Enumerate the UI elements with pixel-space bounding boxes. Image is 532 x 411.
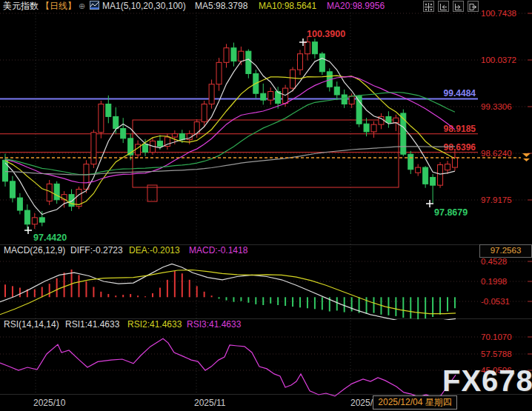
rsi-axis-label: 70.1070 [481, 333, 512, 341]
candle-body [113, 116, 119, 128]
candle-body [157, 141, 162, 146]
candle-body [39, 218, 44, 222]
extreme-price-annotation: 97.4420 [33, 233, 67, 243]
last-price-marker-icon [523, 158, 530, 161]
candle-body [209, 84, 214, 104]
macd-legend: MACD(26,12,9) DIFF:-0.2723 DEA:-0.2013 M… [0, 245, 478, 256]
candle-body [224, 48, 229, 63]
macd-dea-value: DEA:-0.2013 [129, 245, 180, 256]
candle-body [121, 128, 126, 138]
macd-dea-line [0, 270, 456, 315]
candle-body [393, 118, 399, 122]
ma-line-30 [5, 93, 455, 175]
extreme-price-annotation: 100.3900 [307, 29, 345, 39]
candle-body [334, 87, 339, 95]
candle-body [349, 96, 354, 104]
candle-body [386, 116, 391, 122]
candle-body [24, 210, 30, 224]
candle-body [364, 124, 369, 132]
candle-body [452, 158, 457, 167]
candle-body [290, 70, 296, 88]
rsi1-value: RSI1:41.4633 [65, 319, 119, 330]
candle-body [268, 92, 273, 101]
candle-body [261, 93, 266, 100]
y-axis-label: 99.3306 [481, 102, 512, 111]
candle-body [32, 218, 37, 224]
candle-body [239, 51, 244, 61]
candle-body [84, 164, 89, 190]
candle-body [401, 113, 406, 154]
ma-line-10 [5, 76, 455, 204]
date-label-dec: 2025/ [350, 398, 373, 408]
candle-body [319, 54, 325, 72]
candle-body [10, 181, 15, 198]
candle-body [416, 167, 421, 173]
macd-value: MACD:-0.1418 [189, 245, 247, 256]
rsi-line [0, 338, 456, 398]
last-price-marker-icon [522, 153, 531, 157]
ma-line-5 [5, 59, 455, 215]
candle-body [106, 104, 111, 116]
y-axis-label: 100.0372 [481, 56, 516, 64]
macd-axis-label: 0.1998 [481, 277, 507, 286]
ma-line-100 [5, 147, 455, 175]
candle-body [423, 167, 428, 184]
candle-body [69, 195, 74, 207]
rsi-legend: RSI(14,14,14) RSI1:41.4633 RSI2:41.4633 … [0, 319, 478, 330]
price-axis-bottom-label: 97.2563 [479, 244, 532, 258]
candle-body [312, 42, 317, 54]
rsi2-value: RSI2:41.4633 [127, 319, 182, 330]
candle-body [438, 165, 443, 186]
chart-canvas[interactable]: 99.448498.918598.6396100.390097.442097.8… [0, 12, 532, 411]
y-axis-label: 100.7438 [481, 9, 516, 18]
candle-body [172, 134, 177, 137]
extreme-price-annotation: 97.8679 [434, 207, 468, 218]
price-hline-label: 98.6396 [444, 142, 476, 153]
candle-body [298, 54, 303, 70]
candle-body [246, 51, 251, 73]
candle-body [143, 144, 148, 153]
price-hline-label: 98.9185 [444, 124, 476, 134]
macd-axis-label: 0.4528 [481, 257, 507, 266]
candle-body [54, 184, 59, 199]
y-axis-label: 98.6240 [481, 149, 512, 158]
candle-body [91, 133, 96, 164]
date-label-oct: 2025/10 [33, 398, 65, 408]
macd-diff-value: DIFF:-0.2723 [70, 245, 123, 256]
rsi3-value: RSI3:41.4633 [187, 319, 241, 330]
candle-body [305, 42, 310, 54]
candle-body [371, 124, 376, 132]
candle-body [430, 177, 436, 185]
macd-layer [5, 270, 455, 319]
candle-body [216, 62, 222, 84]
rsi-title: RSI(14,14,14) [4, 319, 59, 330]
chart-svg: 99.448498.918598.6396100.390097.442097.8… [0, 0, 532, 411]
candle-body [342, 95, 347, 104]
fx678-watermark: FX678 [442, 364, 532, 398]
candle-body [356, 96, 362, 124]
date-label-nov: 2025/11 [194, 398, 226, 408]
macd-title: MACD(26,12,9) [4, 245, 65, 256]
y-axis-label: 97.9175 [481, 196, 512, 204]
candle-body [408, 154, 413, 170]
candle-body [445, 164, 450, 170]
macd-axis-label: -0.0531 [481, 297, 510, 306]
macd-diff-line [0, 264, 456, 324]
chart-app: 美元指数 【日线】 ⊕ MA1(5,10,20,30,100) MA5:98.3… [0, 0, 532, 411]
candle-body [17, 198, 22, 210]
candle-body [231, 48, 236, 61]
price-hline-label: 99.4484 [444, 88, 476, 98]
rsi-axis-label: 57.5788 [481, 350, 512, 358]
candle-body [202, 104, 207, 121]
candle-body [99, 104, 104, 132]
